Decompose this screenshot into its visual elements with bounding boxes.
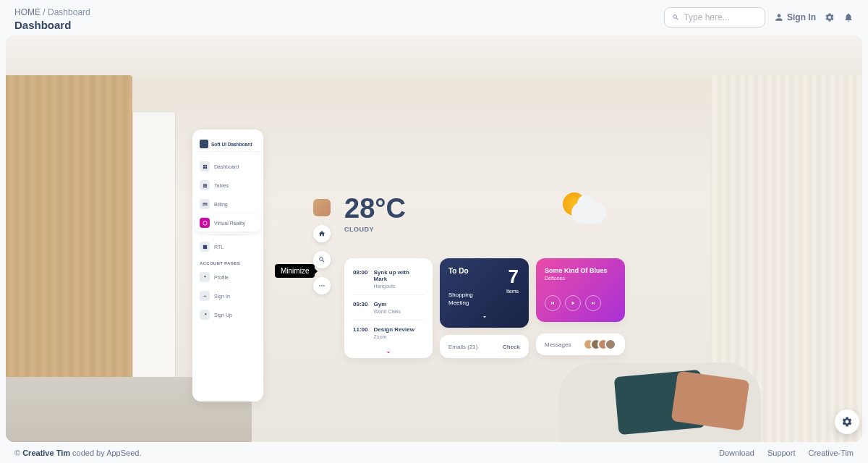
sidebar-item-billing[interactable]: Billing: [195, 195, 260, 213]
schedule-card: 08:00Synk up with MarkHangouts 09:30GymW…: [344, 258, 433, 358]
breadcrumb: HOME / Dashboard: [14, 7, 90, 17]
sidebar-item-virtual-reality[interactable]: Virtual Reality: [195, 214, 260, 232]
weather-widget: 28°C CLOUDY: [344, 193, 406, 233]
breadcrumb-home[interactable]: HOME: [14, 7, 41, 17]
vr-background: Soft UI Dashboard Dashboard Tables Billi…: [6, 35, 862, 442]
play-icon: [570, 300, 576, 306]
minimize-tooltip: Minimize: [275, 264, 315, 278]
gear-icon: [841, 416, 853, 428]
svg-point-2: [323, 285, 325, 286]
chevron-down-icon: [481, 313, 488, 320]
footer: © Creative Tim coded by AppSeed. Downloa…: [0, 443, 868, 463]
music-prev-button[interactable]: [545, 295, 561, 311]
messages-avatars: [587, 339, 616, 350]
svg-point-0: [319, 285, 320, 286]
next-icon: [590, 300, 596, 306]
page-title: Dashboard: [14, 19, 90, 31]
brand-icon: [200, 140, 208, 148]
chevron-down-icon: [385, 349, 392, 356]
music-card: Some Kind Of Blues Deftones: [536, 258, 625, 322]
weather-temp: 28°C: [344, 193, 406, 224]
emails-check-link[interactable]: Check: [503, 344, 520, 350]
sidebar-brand[interactable]: Soft UI Dashboard: [195, 137, 260, 152]
messages-card[interactable]: Messages: [536, 334, 625, 355]
footer-link-support[interactable]: Support: [767, 449, 796, 457]
schedule-expand[interactable]: [344, 346, 433, 358]
sidebar-item-tables[interactable]: Tables: [195, 177, 260, 194]
emails-card[interactable]: Emails (21) Check: [440, 335, 529, 358]
bell-icon[interactable]: [843, 12, 854, 22]
schedule-row[interactable]: 08:00Synk up with MarkHangouts: [344, 266, 433, 292]
sidebar: Soft UI Dashboard Dashboard Tables Billi…: [192, 129, 263, 402]
search-circle-button[interactable]: [313, 251, 331, 268]
sidebar-item-profile[interactable]: Profile: [195, 268, 260, 286]
user-icon: [774, 12, 784, 22]
search-box[interactable]: [664, 7, 765, 27]
prev-icon: [550, 300, 556, 306]
sidebar-item-dashboard[interactable]: Dashboard: [195, 158, 260, 175]
music-play-button[interactable]: [565, 295, 581, 311]
music-next-button[interactable]: [585, 295, 601, 311]
sidebar-item-signup[interactable]: Sign Up: [195, 306, 260, 323]
weather-condition: CLOUDY: [344, 226, 406, 233]
avatar[interactable]: [313, 199, 331, 216]
footer-link-download[interactable]: Download: [719, 449, 754, 457]
signin-link[interactable]: Sign In: [774, 12, 816, 22]
gear-icon[interactable]: [825, 12, 835, 22]
weather-icon: [556, 191, 610, 231]
todo-expand[interactable]: [481, 310, 488, 323]
minimize-button[interactable]: [313, 277, 331, 294]
search-icon: [672, 13, 679, 22]
search-icon: [318, 256, 326, 263]
schedule-row[interactable]: 09:30GymWorld Class: [344, 297, 433, 318]
sidebar-section-label: ACCOUNT PAGES: [195, 257, 260, 268]
settings-fab[interactable]: [835, 409, 859, 434]
search-input[interactable]: [684, 12, 757, 22]
ellipsis-icon: [318, 282, 326, 289]
todo-card[interactable]: To Do 7 Items ShoppingMeeting: [440, 258, 529, 328]
footer-brand-link[interactable]: Creative Tim: [22, 449, 70, 457]
home-icon: [318, 230, 326, 237]
sidebar-item-rtl[interactable]: RTL: [195, 238, 260, 255]
home-button[interactable]: [313, 225, 331, 242]
svg-point-1: [321, 285, 323, 286]
footer-link-creative-tim[interactable]: Creative-Tim: [808, 449, 854, 457]
sidebar-item-signin[interactable]: Sign In: [195, 287, 260, 305]
schedule-row[interactable]: 11:00Design ReviewZoom: [344, 323, 433, 343]
breadcrumb-current: Dashboard: [48, 7, 90, 17]
